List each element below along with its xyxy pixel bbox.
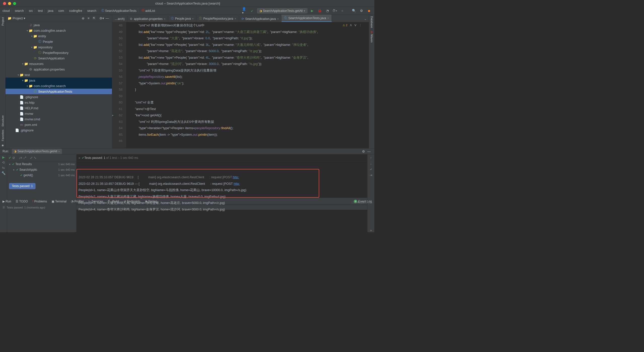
user-icon[interactable]: 👤▾	[242, 8, 248, 14]
collapse-all-icon[interactable]: ⇱	[91, 16, 97, 21]
test-tree[interactable]: ✔ ⊘ ↓≡ ↓ᴬ ⤢ ⤡ ▾✔ Test Results1 sec 640 m…	[7, 154, 76, 232]
footer-terminal[interactable]: ▣ Terminal	[52, 200, 66, 203]
close-tab-icon[interactable]: ×	[327, 17, 329, 20]
more-icon[interactable]: »	[370, 228, 372, 232]
scroll-to-end-icon[interactable]: ⇥	[370, 173, 372, 177]
rail-project[interactable]: Project	[1, 16, 4, 27]
tree-row[interactable]: ▾📁entity	[6, 33, 112, 39]
close-tab-icon[interactable]: ×	[192, 17, 194, 20]
project-tree[interactable]: Jjava▾📁com.codingfire.search▾📁entityⒸPeo…	[6, 22, 112, 148]
console-output[interactable]: 2023 02 28 21:35:10.057 DEBUG 9619 [ mai…	[76, 161, 367, 232]
close-tab-icon[interactable]: ×	[164, 17, 165, 20]
footer-problems[interactable]: ! Problems	[32, 200, 47, 203]
inspection-widget[interactable]: ⚠ 2 ᐱᐯ⋮	[343, 24, 362, 27]
sort-icon[interactable]: ↓≡	[19, 156, 22, 160]
minimize-window[interactable]	[8, 2, 11, 5]
tree-row[interactable]: 📄mvnw.cmd	[6, 116, 112, 122]
code-area[interactable]: "cmt">// 将要新增的item对象保存到这个List中 list.add(…	[126, 22, 369, 148]
tree-row[interactable]: ▾📁java	[6, 78, 112, 83]
search-icon[interactable]: 🔍	[351, 8, 357, 14]
breadcrumb-item[interactable]: Ⓒ SearchApplicationTests	[101, 9, 137, 13]
close-icon[interactable]: ×	[58, 150, 60, 153]
editor-tab[interactable]: ⟳SearchApplication.java×	[239, 16, 282, 22]
hide-panel-icon[interactable]: —	[104, 16, 110, 21]
tree-row[interactable]: ⚙application.properties	[6, 66, 112, 72]
run-button[interactable]: ▶	[309, 8, 315, 14]
rerun-failed-icon[interactable]: ⟲	[2, 161, 5, 164]
footer-run[interactable]: ▶ Run	[3, 200, 11, 203]
run-tab[interactable]: ◑ SearchApplicationTests.getAll ×	[12, 149, 62, 154]
gutter[interactable]: 4849505152535455565758596061▶6263646566	[112, 22, 126, 148]
breadcrumb-item[interactable]: com	[58, 9, 64, 13]
run-configuration[interactable]: ◑ SearchApplicationTests.getAll ▾	[257, 8, 307, 13]
breadcrumb-item[interactable]: search	[15, 9, 24, 13]
editor-tab[interactable]: ⒾPeopleRepository.java×	[196, 15, 239, 22]
close-tab-icon[interactable]: ×	[234, 17, 236, 20]
test-row[interactable]: ▾✔ Test Results1 sec 640 ms	[7, 161, 76, 167]
settings-gear-icon[interactable]: ⚙▾	[99, 16, 104, 21]
soft-wrap-icon[interactable]: ⤶	[370, 167, 372, 171]
wrench-icon[interactable]: 🔧	[2, 171, 6, 175]
locate-icon[interactable]: ⊕	[80, 16, 86, 21]
editor-tab[interactable]: …arch)	[112, 16, 127, 22]
ignored-filter-icon[interactable]: ⊘	[12, 156, 15, 160]
tree-row[interactable]: ⒸSearchApplicationTests	[6, 89, 112, 94]
hide-run-icon[interactable]: —	[366, 149, 372, 154]
footer-todo[interactable]: ☰ TODO	[16, 200, 28, 203]
collapse-icon[interactable]: ⤡	[34, 156, 36, 160]
back-icon[interactable]: ↙	[250, 8, 255, 14]
rerun-icon[interactable]: ▶	[2, 155, 5, 159]
tree-row[interactable]: ▾📁com.codingfire.search	[6, 28, 112, 33]
expand-icon[interactable]: ⤢	[30, 156, 33, 160]
scroll-up-icon[interactable]: ↑	[370, 156, 372, 160]
tree-row[interactable]: ▾📁com.codingfire.search	[6, 83, 112, 89]
test-row[interactable]: ✔ getAll()1 sec 640 ms	[7, 172, 76, 178]
debug-button[interactable]: 🐞	[317, 8, 323, 14]
tree-row[interactable]: ▾📁resources	[6, 61, 112, 66]
ide-logo-icon[interactable]: ◆	[366, 8, 372, 14]
tree-row[interactable]: 📄.gitignore	[6, 127, 112, 133]
tabs-dropdown-icon[interactable]: ⌄	[362, 16, 369, 22]
settings-icon[interactable]: ⚙	[359, 8, 364, 14]
maximize-window[interactable]	[13, 2, 16, 5]
tree-row[interactable]: Jjava	[6, 22, 112, 28]
tree-row[interactable]: ⟳SearchApplication	[6, 55, 112, 61]
breadcrumb-item[interactable]: test	[38, 9, 43, 13]
tree-row[interactable]: ⒾPeopleRepository	[6, 50, 112, 55]
tree-row[interactable]: 📄es.http	[6, 100, 112, 105]
coverage-icon[interactable]: ◔	[325, 8, 330, 14]
breadcrumbs[interactable]: cloud〉search〉src〉test〉java〉com〉codingfir…	[3, 9, 242, 13]
tree-row[interactable]: ▾📁test	[6, 72, 112, 78]
editor-tab[interactable]: ⒸSearchApplicationTests.java×	[281, 15, 332, 22]
tree-row[interactable]: 📄HELP.md	[6, 105, 112, 111]
project-header-label[interactable]: 📁 Project ▾	[8, 16, 80, 20]
breadcrumb-item[interactable]: search	[87, 9, 96, 13]
breadcrumb-item[interactable]: cloud	[3, 9, 10, 13]
run-settings-icon[interactable]: ⚙	[361, 149, 366, 154]
rail-favorites[interactable]: Favorites	[1, 128, 4, 143]
editor-tabs[interactable]: …arch)⚙application.properties×ⒸPeople.ja…	[112, 15, 369, 22]
passed-filter-icon[interactable]: ✔	[9, 156, 11, 160]
tree-row[interactable]: 📄mvnw	[6, 111, 112, 116]
rail-structure[interactable]: Structure	[1, 114, 4, 128]
breadcrumb-item[interactable]: codingfire	[69, 9, 82, 13]
breadcrumb-item[interactable]: java	[48, 9, 53, 13]
rail-database[interactable]: Database	[370, 15, 373, 29]
close-tab-icon[interactable]: ×	[277, 17, 279, 20]
tree-row[interactable]: 📄.gitignore	[6, 94, 112, 100]
tree-row[interactable]: ⒸPeople	[6, 39, 112, 44]
stop-icon[interactable]: ■	[340, 8, 345, 14]
breadcrumb-item[interactable]: src	[29, 9, 33, 13]
tree-row[interactable]: ▾📁repository	[6, 44, 112, 50]
expand-all-icon[interactable]: ≡	[86, 16, 91, 21]
sort-alpha-icon[interactable]: ↓ᴬ	[23, 156, 26, 160]
breadcrumb-item[interactable]: ⓜ addList	[142, 9, 155, 13]
editor-tab[interactable]: ⚙application.properties×	[127, 16, 168, 22]
scroll-down-icon[interactable]: ↓	[370, 162, 372, 165]
close-window[interactable]	[3, 2, 6, 5]
profile-icon[interactable]: ⏱▾	[332, 8, 338, 14]
rail-maven[interactable]: m Maven	[370, 29, 373, 44]
toggle-auto-icon[interactable]: ⇆	[2, 166, 5, 170]
tree-row[interactable]: mpom.xml	[6, 122, 112, 127]
test-row[interactable]: ▾✔ SearchApplic1 sec 640 ms	[7, 167, 76, 172]
